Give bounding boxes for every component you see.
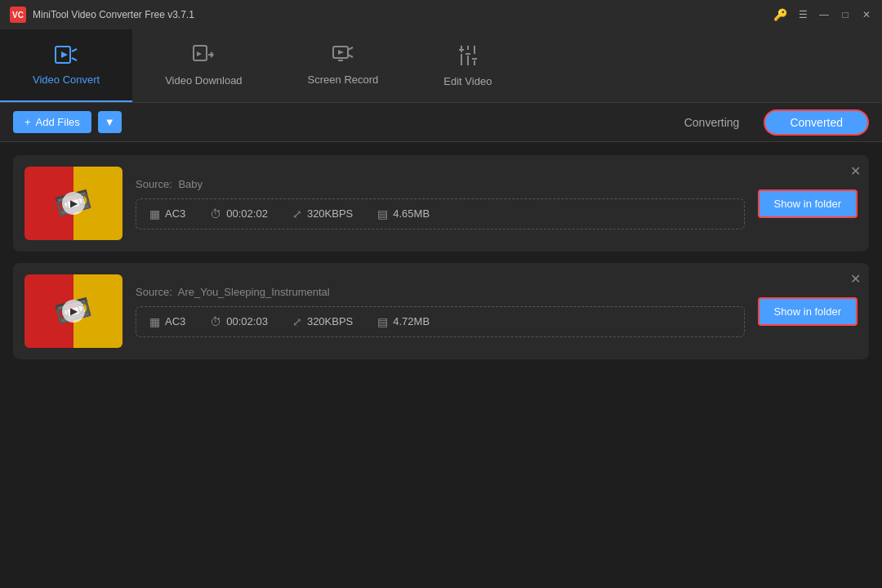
file-card-2: ✕ 📼 ▶ Source: Are_You_Sleeping_Instrumen… — [13, 263, 869, 359]
file-info-1: Source: Baby ▦ AC3 ⏱ 00:02:02 ⤢ 320KBPS … — [136, 178, 745, 229]
bitrate-1: ⤢ 320KBPS — [292, 207, 353, 220]
source-label-1: Source: — [136, 178, 172, 190]
tab-converting[interactable]: Converting — [660, 111, 764, 134]
file-card-1: ✕ 📼 ▶ Source: Baby ▦ AC3 ⏱ 00:02:02 — [13, 155, 869, 252]
format-value-2: AC3 — [165, 315, 185, 327]
tabs: Converting Converted — [660, 109, 869, 136]
tab-converted[interactable]: Converted — [764, 109, 869, 136]
source-name-1: Baby — [178, 178, 203, 190]
show-in-folder-button-2[interactable]: Show in folder — [758, 297, 858, 326]
format-2: ▦ AC3 — [149, 315, 185, 328]
source-name-2: Are_You_Sleeping_Instrumental — [178, 286, 330, 298]
duration-value-2: 00:02:03 — [226, 315, 268, 327]
nav-video-download-label: Video Download — [165, 74, 242, 87]
nav-video-convert[interactable]: Video Convert — [0, 29, 132, 102]
bitrate-icon-2: ⤢ — [292, 315, 302, 328]
main-content: ✕ 📼 ▶ Source: Baby ▦ AC3 ⏱ 00:02:02 — [0, 142, 882, 588]
size-icon-1: ▤ — [377, 207, 388, 220]
minimize-button[interactable]: — — [818, 9, 830, 20]
file-source-2: Source: Are_You_Sleeping_Instrumental — [136, 286, 745, 298]
close-file-2-button[interactable]: ✕ — [850, 271, 861, 287]
nav-screen-record[interactable]: Screen Record — [275, 29, 412, 102]
nav-edit-video-label: Edit Video — [443, 75, 492, 87]
add-files-label: Add Files — [36, 116, 80, 128]
bitrate-2: ⤢ 320KBPS — [292, 315, 353, 328]
size-value-1: 4.65MB — [393, 207, 430, 220]
titlebar: VC MiniTool Video Converter Free v3.7.1 … — [0, 0, 882, 29]
navbar: Video Convert Video Download Screen Reco… — [0, 29, 882, 103]
svg-line-3 — [72, 58, 77, 60]
svg-line-2 — [72, 49, 77, 51]
size-1: ▤ 4.65MB — [377, 207, 430, 220]
titlebar-title: MiniTool Video Converter Free v3.7.1 — [33, 9, 194, 20]
duration-1: ⏱ 00:02:02 — [210, 207, 268, 220]
size-icon-2: ▤ — [377, 315, 388, 328]
video-convert-icon — [55, 46, 78, 69]
bitrate-value-2: 320KBPS — [307, 315, 353, 327]
svg-marker-1 — [61, 51, 68, 58]
file-details-2: ▦ AC3 ⏱ 00:02:03 ⤢ 320KBPS ▤ 4.72MB — [136, 306, 745, 337]
format-icon-1: ▦ — [149, 207, 160, 220]
file-info-2: Source: Are_You_Sleeping_Instrumental ▦ … — [136, 286, 745, 337]
titlebar-left: VC MiniTool Video Converter Free v3.7.1 — [10, 7, 194, 23]
key-icon[interactable]: 🔑 — [773, 8, 787, 21]
size-2: ▤ 4.72MB — [377, 315, 430, 328]
nav-edit-video[interactable]: Edit Video — [411, 29, 524, 102]
duration-icon-2: ⏱ — [210, 315, 221, 328]
duration-value-1: 00:02:02 — [226, 207, 268, 220]
app-logo: VC — [10, 7, 26, 23]
close-button[interactable]: ✕ — [861, 9, 872, 20]
format-1: ▦ AC3 — [149, 207, 185, 220]
play-button-1[interactable]: ▶ — [62, 192, 85, 215]
nav-video-convert-label: Video Convert — [33, 74, 100, 86]
bitrate-icon-1: ⤢ — [292, 207, 302, 220]
toolbar: + Add Files ▼ Converting Converted — [0, 103, 882, 142]
titlebar-controls: 🔑 ☰ — □ ✕ — [773, 8, 872, 21]
close-file-1-button[interactable]: ✕ — [850, 163, 861, 179]
hamburger-icon[interactable]: ☰ — [797, 9, 808, 20]
add-icon: + — [24, 116, 31, 128]
format-value-1: AC3 — [165, 207, 185, 220]
maximize-button[interactable]: □ — [840, 9, 851, 20]
size-value-2: 4.72MB — [393, 315, 430, 327]
video-download-icon — [193, 45, 214, 69]
nav-video-download[interactable]: Video Download — [132, 29, 274, 102]
screen-record-icon — [332, 46, 354, 69]
svg-marker-5 — [197, 51, 202, 56]
file-thumbnail-2: 📼 ▶ — [24, 274, 122, 348]
nav-screen-record-label: Screen Record — [308, 74, 379, 86]
svg-marker-10 — [338, 50, 344, 55]
add-files-button[interactable]: + Add Files — [13, 111, 91, 133]
file-thumbnail-1: 📼 ▶ — [24, 167, 122, 240]
bitrate-value-1: 320KBPS — [307, 207, 353, 220]
play-button-2[interactable]: ▶ — [62, 300, 85, 323]
duration-2: ⏱ 00:02:03 — [210, 315, 268, 328]
format-icon-2: ▦ — [149, 315, 160, 328]
file-source-1: Source: Baby — [136, 178, 745, 190]
duration-icon-1: ⏱ — [210, 207, 221, 220]
source-label-2: Source: — [136, 286, 172, 298]
show-in-folder-button-1[interactable]: Show in folder — [758, 189, 858, 218]
edit-video-icon — [458, 44, 478, 70]
add-files-dropdown-button[interactable]: ▼ — [98, 111, 122, 133]
file-details-1: ▦ AC3 ⏱ 00:02:02 ⤢ 320KBPS ▤ 4.65MB — [136, 198, 745, 229]
